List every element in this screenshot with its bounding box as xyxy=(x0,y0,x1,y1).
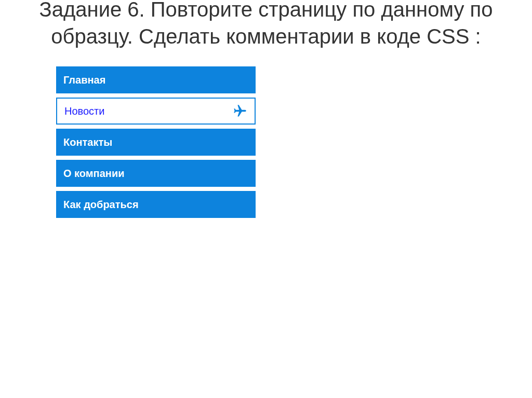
menu-item-home[interactable]: Главная xyxy=(56,66,256,93)
menu-item-label: Главная xyxy=(63,74,105,86)
menu-item-news[interactable]: Новости xyxy=(56,98,256,125)
menu-item-about[interactable]: О компании xyxy=(56,160,256,187)
menu-item-label: Как добраться xyxy=(63,199,139,211)
menu-item-label: О компании xyxy=(63,168,124,180)
menu-item-label: Новости xyxy=(64,105,104,117)
menu-item-label: Контакты xyxy=(63,136,112,148)
task-title: Задание 6. Повторите страницу по данному… xyxy=(0,0,532,50)
airplane-icon xyxy=(233,104,247,118)
nav-menu: Главная Новости Контакты О компании Как … xyxy=(56,66,256,218)
menu-item-directions[interactable]: Как добраться xyxy=(56,191,256,218)
menu-item-contacts[interactable]: Контакты xyxy=(56,129,256,156)
